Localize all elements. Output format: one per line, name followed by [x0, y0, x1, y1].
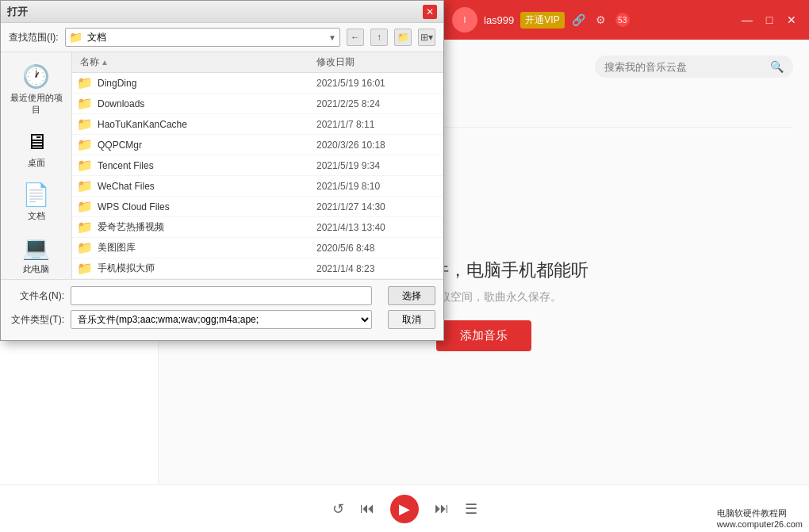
documents-icon: 📄	[22, 182, 50, 208]
filename-input[interactable]	[71, 286, 372, 305]
filetype-select[interactable]: 音乐文件(mp3;aac;wma;wav;ogg;m4a;ape;	[71, 310, 372, 329]
computer-icon: 💻	[22, 235, 50, 261]
file-date: 2020/3/26 10:18	[316, 140, 443, 151]
new-folder-button[interactable]: 📁	[394, 29, 412, 46]
sidebar-computer[interactable]: 💻 此电脑	[5, 230, 68, 279]
dropdown-arrow-icon: ▼	[328, 33, 336, 42]
desktop-icon: 🖥	[25, 128, 48, 155]
file-name: 爱奇艺热播视频	[98, 220, 316, 234]
file-item[interactable]: 📁 Downloads 2021/2/25 8:24	[72, 94, 443, 114]
folder-icon: 📁	[77, 117, 93, 132]
filetype-label: 文件类型(T):	[9, 313, 64, 327]
folder-icon: 📁	[77, 158, 93, 173]
location-label: 查找范围(I):	[9, 31, 59, 44]
location-select[interactable]: 📁 文档 ▼	[65, 28, 340, 47]
file-name: DingDing	[98, 78, 316, 89]
folder-icon: 📁	[77, 137, 93, 152]
file-item[interactable]: 📁 Tencent Files 2021/5/19 9:34	[72, 155, 443, 176]
folder-icon: 📁	[77, 240, 93, 255]
filetype-select-wrap: 音乐文件(mp3;aac;wma;wav;ogg;m4a;ape;	[71, 310, 372, 329]
dialog-close-button[interactable]: ✕	[423, 5, 437, 19]
file-date: 2021/5/19 16:01	[316, 78, 443, 89]
file-date: 2021/1/27 14:30	[316, 201, 443, 212]
file-date: 2021/1/7 8:11	[316, 119, 443, 130]
file-name: QQPCMgr	[98, 140, 316, 151]
file-name: 手机模拟大师	[98, 262, 316, 275]
file-name: HaoTuKanKanCache	[98, 119, 316, 130]
folder-icon: 📁	[77, 199, 93, 214]
back-button[interactable]: ←	[347, 29, 364, 46]
dialog-footer: 文件名(N): 选择 文件类型(T): 音乐文件(mp3;aac;wma;wav…	[1, 279, 443, 340]
sidebar-recent[interactable]: 🕐 最近使用的项目	[5, 59, 68, 121]
recent-icon: 🕐	[22, 63, 50, 90]
file-item[interactable]: 📁 美图图库 2020/5/6 8:48	[72, 238, 443, 258]
view-button[interactable]: ⊞▾	[418, 29, 435, 46]
cancel-button[interactable]: 取消	[388, 310, 435, 329]
column-name[interactable]: 名称 ▲	[72, 55, 316, 69]
folder-icon: 📁	[69, 31, 82, 44]
dialog-title: 打开	[7, 5, 28, 19]
file-item[interactable]: 📁 手机模拟大师 2021/1/4 8:23	[72, 258, 443, 279]
dialog-overlay: 打开 ✕ 查找范围(I): 📁 文档 ▼ ← ↑ 📁 ⊞▾ 🕐 最近使用的项目	[0, 0, 809, 532]
file-name: 美图图库	[98, 241, 316, 255]
folder-icon: 📁	[77, 261, 93, 276]
file-item[interactable]: 📁 DingDing 2021/5/19 16:01	[72, 73, 443, 94]
file-item[interactable]: 📁 WeChat Files 2021/5/19 8:10	[72, 176, 443, 197]
filetype-row: 文件类型(T): 音乐文件(mp3;aac;wma;wav;ogg;m4a;ap…	[9, 310, 435, 329]
filename-label: 文件名(N):	[9, 289, 64, 303]
folder-icon: 📁	[77, 220, 93, 235]
dialog-titlebar: 打开 ✕	[1, 1, 443, 23]
file-dialog: 打开 ✕ 查找范围(I): 📁 文档 ▼ ← ↑ 📁 ⊞▾ 🕐 最近使用的项目	[0, 0, 444, 341]
file-date: 2021/5/19 9:34	[316, 160, 443, 171]
filename-row: 文件名(N): 选择	[9, 286, 435, 305]
dialog-sidebar: 🕐 最近使用的项目 🖥 桌面 📄 文档 💻 此电脑 ☁ WPS网盘	[1, 52, 72, 279]
dialog-body: 🕐 最近使用的项目 🖥 桌面 📄 文档 💻 此电脑 ☁ WPS网盘	[1, 52, 443, 279]
file-item[interactable]: 📁 QQPCMgr 2020/3/26 10:18	[72, 135, 443, 155]
file-name: Downloads	[98, 98, 316, 109]
file-date: 2021/1/4 8:23	[316, 263, 443, 274]
folder-icon: 📁	[77, 96, 93, 111]
sidebar-desktop[interactable]: 🖥 桌面	[5, 124, 68, 174]
file-list-header: 名称 ▲ 修改日期	[72, 52, 443, 73]
file-name: WPS Cloud Files	[98, 201, 316, 212]
up-button[interactable]: ↑	[370, 29, 388, 46]
file-list-area: 名称 ▲ 修改日期 📁 DingDing 2021/5/19 16:01 📁 D…	[72, 52, 443, 279]
folder-icon: 📁	[77, 178, 93, 193]
select-button[interactable]: 选择	[388, 286, 435, 305]
dialog-toolbar: 查找范围(I): 📁 文档 ▼ ← ↑ 📁 ⊞▾	[1, 23, 443, 52]
column-date: 修改日期	[316, 55, 443, 69]
file-date: 2021/4/13 13:40	[316, 222, 443, 233]
file-date: 2021/2/25 8:24	[316, 98, 443, 109]
sidebar-documents[interactable]: 📄 文档	[5, 177, 68, 227]
file-date: 2021/5/19 8:10	[316, 181, 443, 192]
file-date: 2020/5/6 8:48	[316, 243, 443, 254]
location-text: 文档	[87, 31, 324, 44]
file-list: 📁 DingDing 2021/5/19 16:01 📁 Downloads 2…	[72, 73, 443, 279]
folder-icon: 📁	[77, 75, 93, 90]
file-name: WeChat Files	[98, 181, 316, 192]
file-name: Tencent Files	[98, 160, 316, 171]
file-item[interactable]: 📁 WPS Cloud Files 2021/1/27 14:30	[72, 197, 443, 217]
sort-arrow-icon: ▲	[101, 58, 109, 67]
file-item[interactable]: 📁 HaoTuKanKanCache 2021/1/7 8:11	[72, 114, 443, 135]
file-item[interactable]: 📁 爱奇艺热播视频 2021/4/13 13:40	[72, 217, 443, 238]
